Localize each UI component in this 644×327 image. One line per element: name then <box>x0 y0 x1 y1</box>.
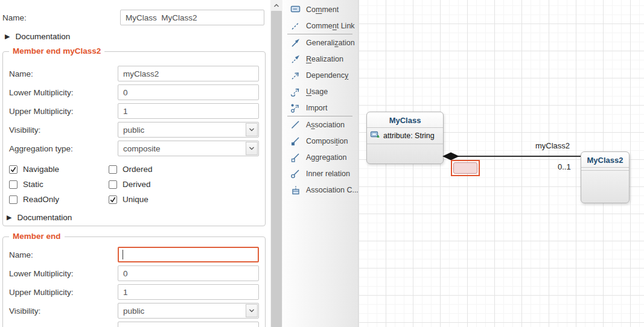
comment-icon <box>290 5 301 14</box>
member2-visibility-select[interactable]: public <box>118 303 259 319</box>
form-row: Upper Multiplicity: <box>3 103 265 119</box>
checkbox-label: Ordered <box>123 165 153 174</box>
ordered-checkbox[interactable] <box>109 165 117 174</box>
checkbox-label: Unique <box>123 195 148 204</box>
dependency-icon <box>290 71 301 80</box>
label-edit-box[interactable] <box>453 162 477 174</box>
expander-arrow-icon: ▶ <box>5 33 10 40</box>
association-name-row: Name: <box>0 10 269 25</box>
checkbox-label: Derived <box>123 180 151 189</box>
attribute-icon <box>370 130 380 141</box>
palette-item-inner-relation[interactable]: Inner relation <box>283 165 358 182</box>
derived-checkbox[interactable] <box>109 180 117 189</box>
name-field-label: Name: <box>0 13 120 22</box>
association-name-label[interactable]: myClass2 <box>535 141 570 150</box>
association-class-icon <box>290 185 301 195</box>
uml-editor-app: Name: ▶ Documentation Member end myClass… <box>0 0 644 327</box>
class-node-myclass2[interactable]: MyClass2 <box>581 151 630 203</box>
select-value: public <box>118 306 246 316</box>
field-label: Upper Multiplicity: <box>3 288 118 297</box>
palette-item-composition[interactable]: Composition <box>283 133 358 149</box>
member2-upper-multiplicity-input[interactable] <box>118 284 259 300</box>
checkbox-row: ReadOnly <box>3 192 103 206</box>
class-attributes-compartment <box>581 168 629 171</box>
checkbox-row: Static <box>3 177 103 191</box>
comment-link-icon <box>290 21 301 31</box>
cutoff-field[interactable] <box>118 322 259 327</box>
field-label: Name: <box>3 250 118 259</box>
member2-lower-multiplicity-input[interactable] <box>118 265 259 281</box>
palette-item-comment[interactable]: Comment <box>283 1 358 17</box>
section-legend: Member end <box>9 232 65 241</box>
class-node-myclass[interactable]: MyClass attribute: String <box>366 112 444 164</box>
documentation-toggle[interactable]: ▶ Documentation <box>7 213 265 222</box>
attribute-text: attribute: String <box>383 132 435 140</box>
static-checkbox[interactable] <box>9 180 18 189</box>
import-icon <box>290 103 301 113</box>
properties-panel: Name: ▶ Documentation Member end myClass… <box>0 0 269 327</box>
field-label: Lower Multiplicity: <box>3 88 118 97</box>
class-attribute-row[interactable]: attribute: String <box>367 128 443 144</box>
diagram-canvas[interactable]: MyClass attribute: String myClass2 0..1 … <box>359 0 644 327</box>
composition-icon <box>290 136 301 146</box>
checkbox-label: Static <box>23 180 43 189</box>
chevron-down-icon[interactable] <box>246 304 258 317</box>
class-title: MyClass2 <box>581 152 629 168</box>
form-row: Upper Multiplicity: <box>3 284 265 300</box>
select-value: public <box>118 125 246 135</box>
checkbox-label: ReadOnly <box>23 195 59 204</box>
member-end-primary-section: Member end myClass2 Name: Lower Multipli… <box>2 51 266 226</box>
section-legend: Member end myClass2 <box>9 46 104 56</box>
member1-visibility-select[interactable]: public <box>118 122 259 138</box>
form-row: Aggregation type: composite <box>3 141 265 156</box>
form-row: Lower Multiplicity: <box>3 84 265 100</box>
member2-name-input[interactable] <box>118 247 259 262</box>
expander-arrow-icon: ▶ <box>7 214 11 221</box>
palette-item-realization[interactable]: Realization <box>283 51 358 67</box>
form-row <box>3 322 265 327</box>
checkbox-row: Ordered <box>103 162 265 176</box>
form-row: Lower Multiplicity: <box>3 265 265 281</box>
unique-checkbox[interactable] <box>109 195 117 204</box>
flags-checkbox-grid: Navigable Ordered Static <box>3 162 265 206</box>
palette-item-association[interactable]: Association <box>283 116 358 133</box>
form-row: Visibility: public <box>3 303 265 319</box>
checkbox-row: Derived <box>103 177 265 191</box>
scrollbar-thumb[interactable] <box>271 11 282 327</box>
member1-aggregation-type-select[interactable]: composite <box>118 141 259 156</box>
usage-icon <box>290 87 301 97</box>
form-row: Name: <box>3 247 265 262</box>
documentation-toggle[interactable]: ▶ Documentation <box>5 32 70 41</box>
class-title: MyClass <box>367 112 443 128</box>
text-caret <box>123 250 123 259</box>
checkbox-row: Unique <box>103 192 265 206</box>
member-end-secondary-section: Member end Name: Lower Multiplicity: Upp… <box>2 237 266 327</box>
palette-item-comment-link[interactable]: Comment Link <box>283 17 358 34</box>
field-label: Lower Multiplicity: <box>3 269 118 278</box>
palette-item-generalization[interactable]: Generalization <box>283 34 358 51</box>
navigable-checkbox[interactable] <box>9 165 18 174</box>
scroll-up-button[interactable] <box>270 0 282 11</box>
field-label: Upper Multiplicity: <box>3 107 118 116</box>
palette-item-import[interactable]: Import <box>283 100 358 116</box>
chevron-down-icon[interactable] <box>246 142 258 155</box>
palette-item-aggregation[interactable]: Aggregation <box>283 149 358 165</box>
palette-item-association-class[interactable]: Association C... <box>283 182 358 198</box>
field-label: Name: <box>3 69 118 78</box>
properties-scrollbar[interactable] <box>270 0 282 327</box>
palette-item-dependency[interactable]: Dependency <box>283 67 358 83</box>
selected-association-label[interactable] <box>451 160 480 176</box>
palette-item-usage[interactable]: Usage <box>283 83 358 100</box>
association-name-input[interactable] <box>120 10 264 25</box>
member1-name-input[interactable] <box>118 66 259 81</box>
member1-upper-multiplicity-input[interactable] <box>118 103 259 119</box>
chevron-down-icon[interactable] <box>246 123 258 136</box>
member1-lower-multiplicity-input[interactable] <box>118 84 259 100</box>
association-multiplicity-label[interactable]: 0..1 <box>558 162 571 171</box>
documentation-label: Documentation <box>15 32 70 41</box>
readonly-checkbox[interactable] <box>9 195 18 204</box>
association-line[interactable] <box>445 156 581 157</box>
select-value: composite <box>118 144 246 153</box>
checkbox-label: Navigable <box>23 165 59 174</box>
inner-relation-icon <box>290 169 301 179</box>
